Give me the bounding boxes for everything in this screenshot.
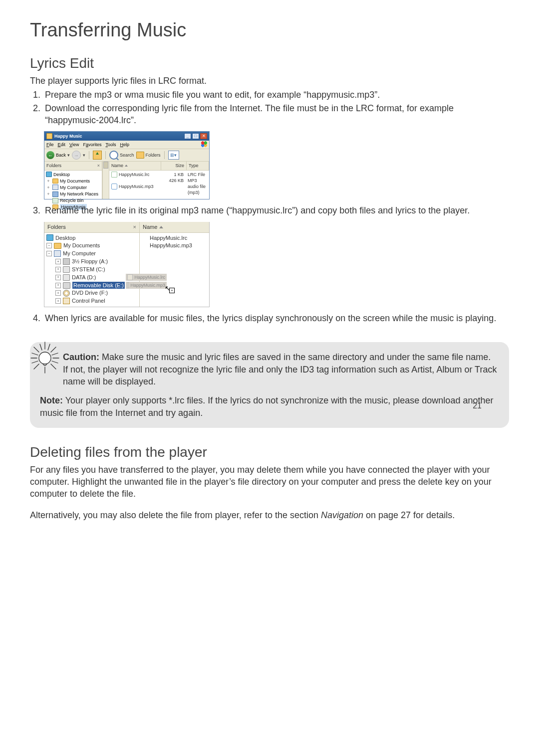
window-title: Happy Music [54,133,82,139]
control-panel-icon [63,298,70,304]
minimize-button[interactable]: _ [184,133,191,139]
back-button[interactable]: ← Back ▾ [46,151,70,159]
menu-edit[interactable]: Edit [58,142,66,148]
svg-line-5 [34,347,39,352]
menu-view[interactable]: View [69,142,79,148]
tree-control-panel[interactable]: +Control Panel [46,297,137,305]
svg-line-11 [32,353,38,355]
menu-favorites[interactable]: Favorites [83,142,101,148]
heading-lyrics-edit: Lyrics Edit [30,54,509,73]
file-row-mp3[interactable]: HappyMusic.mp3 [142,242,207,249]
caution-label: Caution: [63,352,99,362]
tree-floppy[interactable]: +3½ Floppy (A:) [46,258,137,265]
tree-network[interactable]: +My Network Places [46,191,100,197]
file-row-mp3[interactable]: HappyMusic.mp3 426 KB MP3 audio file (mp… [109,178,209,195]
tree-desktop[interactable]: Desktop [46,234,137,242]
col-name[interactable]: Name [109,162,161,170]
maximize-button[interactable]: □ [192,133,199,139]
computer-icon [54,250,61,257]
file-row-lrc[interactable]: HappyMusic.lrc 1 KB LRC File [109,172,209,178]
heading-deleting: Deleting files from the player [30,443,509,462]
list-header: Name Size Type [109,162,209,170]
folder-icon [52,179,58,184]
close-panel-icon[interactable]: × [133,223,136,231]
computer-icon [52,185,58,190]
folder-icon [46,133,52,139]
lyrics-steps-cont: Rename the lyric file in its original mp… [30,204,509,216]
menu-tools[interactable]: Tools [105,142,116,148]
up-folder-icon[interactable] [93,151,102,160]
lrc-file-icon [111,172,117,178]
folders-panel-title: Folders [46,163,61,169]
folders-button[interactable]: Folders [136,152,161,159]
page-number: 21 [473,400,482,411]
tree-mycomp[interactable]: +My Computer [46,185,100,190]
step-2: Download the corresponding lyric file fr… [43,102,509,127]
step-4: When lyrics are available for music file… [43,312,509,324]
disk-icon [63,274,70,281]
desktop-icon [46,234,53,241]
note-text: Your player only supports *.lrc files. I… [40,395,493,417]
lyrics-steps-end: When lyrics are available for music file… [30,312,509,324]
sort-asc-icon [125,165,128,167]
folders-panel: Folders × Desktop +My Documents +My Comp… [44,162,102,199]
col-size[interactable]: Size [161,162,187,170]
explorer-window-1: Happy Music _ □ ✕ File Edit View Favorit… [44,131,210,199]
copy-cursor-icon: ↖+ [165,284,171,293]
forward-button[interactable]: → [72,151,81,160]
menubar: File Edit View Favorites Tools Help [44,141,209,149]
caution-note-box: Caution: Make sure the music and lyric f… [30,342,509,427]
file-row-lrc[interactable]: HappyMusic.lrc [142,234,207,242]
explorer-window-2: Folders × Desktop −My Documents −My Comp… [44,222,210,307]
file-list-panel-2: Name HappyMusic.lrc HappyMusic.mp3 Happy… [140,222,209,307]
col-name[interactable]: Name [143,223,157,231]
close-panel-icon[interactable]: × [97,163,100,169]
removable-disk-icon [63,282,70,289]
svg-line-6 [51,364,56,369]
ghost-file-icon [127,282,129,288]
ghost-file-icon [127,274,133,280]
menu-file[interactable]: File [46,142,54,148]
floppy-icon [63,258,70,265]
step-1: Prepare the mp3 or wma music file you wa… [43,89,509,101]
disk-icon [63,266,70,273]
lyrics-steps: Prepare the mp3 or wma music file you wa… [30,89,509,126]
tree-system-c[interactable]: +SYSTEM (C:) [46,266,137,273]
tree-mydocs[interactable]: +My Documents [46,178,100,184]
file-list-panel: Name Size Type HappyMusic.lrc 1 KB LRC F… [109,162,209,199]
mp3-file-icon [111,184,117,189]
tree-mydocs[interactable]: −My Documents [46,242,137,249]
svg-line-9 [40,344,42,350]
views-button[interactable]: ⊞▾ [168,151,179,160]
svg-line-7 [51,347,56,352]
close-button[interactable]: ✕ [200,133,207,139]
toolbar: ← Back ▾ → ▾ Search Folders ⊞▾ [44,149,209,162]
step-3: Rename the lyric file in its original mp… [43,204,509,216]
deleting-p1: For any files you have transferred to th… [30,464,509,500]
svg-line-14 [52,361,58,363]
folders-panel-title: Folders [47,223,66,231]
svg-line-13 [32,361,38,363]
tree-scrollbar[interactable] [102,162,109,199]
window-titlebar: Happy Music _ □ ✕ [44,132,209,141]
col-type[interactable]: Type [187,162,209,170]
svg-line-10 [48,344,50,350]
svg-point-0 [39,352,51,364]
tree-mycomp[interactable]: −My Computer [46,250,137,257]
note-label: Note: [40,395,63,405]
tree-data-d[interactable]: +DATA (D:) [46,274,137,281]
menu-help[interactable]: Help [120,142,129,148]
recycle-bin-icon [52,198,58,203]
search-button[interactable]: Search [109,151,134,160]
folder-tree-2: Desktop −My Documents −My Computer +3½ F… [44,233,139,307]
note-paragraph: Note: Your player only supports *.lrc fi… [40,394,497,419]
tree-desktop[interactable]: Desktop [46,172,100,178]
tree-recycle[interactable]: Recycle Bin [46,197,100,203]
lrc-file-icon [142,235,148,241]
tree-dvd-f[interactable]: +DVD Drive (F:) [46,289,137,297]
mp3-file-icon [142,243,148,249]
navigation-ref: Navigation [321,510,363,520]
lightbulb-sun-icon [27,339,63,375]
tree-removable-e[interactable]: +Removable Disk (E:) [46,282,137,289]
caution-text: Make sure the music and lyric files are … [63,352,497,386]
